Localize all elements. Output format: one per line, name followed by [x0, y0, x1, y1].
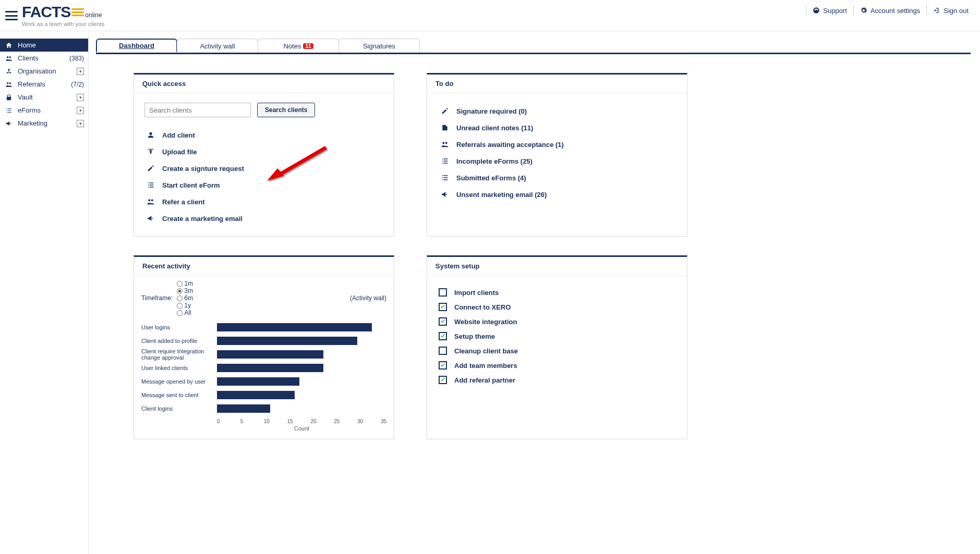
logo-brand: FACTS: [22, 3, 70, 20]
chart-tick: 30: [357, 418, 381, 424]
qa-add-client[interactable]: Add client: [144, 127, 383, 143]
todo-item[interactable]: Signature required (0): [438, 103, 676, 119]
timeframe-option-1m[interactable]: 1m: [177, 280, 193, 287]
logo-bars-icon: [71, 8, 84, 18]
home-icon: [5, 42, 13, 49]
chart-row: Message opened by user: [141, 375, 386, 388]
setup-item[interactable]: Setup theme: [438, 329, 676, 343]
chart-row: Message sent to client: [141, 388, 386, 402]
chart-row: Client logins: [141, 402, 386, 415]
support-icon: [813, 7, 820, 14]
todo-label: Signature required (0): [456, 107, 527, 115]
users-icon: [5, 55, 13, 62]
todo-item[interactable]: Referrals awaiting acceptance (1): [438, 136, 676, 153]
tab-dashboard[interactable]: Dashboard: [96, 39, 177, 53]
setup-label: Cleanup client base: [454, 347, 518, 355]
gear-icon: [860, 7, 867, 14]
chart-row: Client added to profile: [141, 334, 386, 348]
sidebar-item-home[interactable]: Home: [0, 39, 88, 52]
menu-toggle-icon[interactable]: [5, 11, 18, 20]
setup-label: Add team members: [454, 362, 517, 370]
checkbox-icon: [439, 376, 447, 384]
recent-activity-card: Recent activity Timeframe: 1m 3m 6m 1y A…: [134, 255, 394, 439]
chart-x-axis: 05101520253035: [217, 418, 386, 424]
timeframe-option-All[interactable]: All: [177, 309, 193, 316]
logo[interactable]: FACTSonline Work as a team with your cli…: [22, 4, 104, 27]
tab-label: Activity wall: [200, 42, 235, 50]
setup-item[interactable]: Import clients: [438, 285, 676, 300]
todo-item[interactable]: Submitted eForms (4): [438, 169, 676, 186]
tab-activity-wall[interactable]: Activity wall: [177, 39, 258, 53]
expand-icon[interactable]: ▾: [77, 68, 84, 75]
list-icon: [147, 181, 155, 189]
recent-activity-title: Recent activity: [134, 257, 394, 276]
timeframe-option-1y[interactable]: 1y: [177, 302, 193, 309]
logo-suffix: online: [85, 11, 102, 19]
chart-category-label: Client require Integration change approv…: [141, 348, 217, 361]
sidebar-item-vault[interactable]: Vault▾: [0, 91, 88, 104]
logo-tagline: Work as a team with your clients: [22, 21, 104, 27]
account-label: Account settings: [870, 7, 920, 15]
sidebar-item-organisation[interactable]: Organisation▾: [0, 65, 88, 78]
timeframe-option-6m[interactable]: 6m: [177, 294, 193, 302]
chart-row: User logins: [141, 321, 386, 334]
sidebar-label: Marketing: [18, 119, 47, 127]
setup-item[interactable]: Cleanup client base: [438, 343, 676, 358]
account-settings-link[interactable]: Account settings: [853, 5, 926, 16]
sidebar-item-clients[interactable]: Clients(383): [0, 52, 88, 65]
radio-icon: [177, 303, 183, 309]
tab-label: Dashboard: [119, 42, 154, 50]
todo-item[interactable]: Incomplete eForms (25): [438, 153, 676, 169]
timeframe-option-label: 3m: [184, 287, 193, 294]
timeframe-option-label: 1m: [184, 280, 193, 287]
sidebar-item-eforms[interactable]: eForms▾: [0, 104, 88, 117]
qa-create-a-signture-request[interactable]: Create a signture request: [144, 160, 383, 177]
note-icon: [441, 124, 449, 132]
timeframe-option-label: 6m: [184, 294, 193, 302]
setup-item[interactable]: Add referal partner: [438, 373, 676, 387]
setup-label: Setup theme: [454, 333, 495, 340]
todo-item[interactable]: Unsent marketing email (26): [438, 186, 676, 203]
bullhorn-icon: [147, 214, 155, 223]
sidebar-item-marketing[interactable]: Marketing▾: [0, 117, 88, 130]
expand-icon[interactable]: ▾: [77, 120, 84, 127]
todo-item[interactable]: Unread client notes (11): [438, 119, 676, 136]
search-clients-button[interactable]: Search clients: [257, 103, 315, 117]
activity-wall-link[interactable]: (Activity wall): [350, 294, 386, 302]
users-icon: [441, 140, 449, 149]
edit-icon: [147, 164, 155, 173]
timeframe-option-3m[interactable]: 3m: [177, 287, 193, 294]
top-header: FACTSonline Work as a team with your cli…: [0, 0, 980, 31]
expand-icon[interactable]: ▾: [77, 94, 84, 101]
chart-category-label: User logins: [141, 324, 217, 330]
chart-bar: [217, 323, 372, 331]
chart-category-label: Message opened by user: [141, 378, 217, 385]
chart-category-label: Client added to profile: [141, 338, 217, 344]
qa-start-client-eform[interactable]: Start client eForm: [144, 177, 383, 193]
qa-upload-file[interactable]: Upload file: [144, 143, 383, 160]
qa-label: Add client: [162, 131, 195, 139]
setup-item[interactable]: Connect to XERO: [438, 300, 676, 314]
tab-signatures[interactable]: Signatures: [338, 39, 420, 53]
tab-label: Signatures: [363, 42, 395, 50]
sign-out-link[interactable]: Sign out: [926, 5, 975, 16]
search-clients-input[interactable]: [144, 103, 251, 117]
radio-icon: [177, 296, 183, 301]
sidebar-item-referrals[interactable]: Referrals(7/2): [0, 78, 88, 91]
chart-tick: 10: [264, 418, 287, 424]
support-link[interactable]: Support: [806, 5, 853, 16]
sidebar-label: Vault: [18, 93, 33, 101]
qa-create-a-marketing-email[interactable]: Create a marketing email: [144, 210, 383, 227]
todo-label: Incomplete eForms (25): [456, 157, 533, 165]
chart-bar: [217, 391, 295, 399]
chart-x-label: Count: [217, 425, 386, 432]
tab-notes[interactable]: Notes11: [258, 39, 339, 53]
qa-refer-a-client[interactable]: Refer a client: [144, 193, 383, 210]
todo-label: Submitted eForms (4): [456, 174, 526, 182]
setup-item[interactable]: Website integration: [438, 314, 676, 329]
setup-item[interactable]: Add team members: [438, 358, 676, 373]
todo-title: To do: [427, 75, 687, 93]
qa-label: Create a signture request: [162, 165, 244, 173]
expand-icon[interactable]: ▾: [77, 107, 84, 114]
tab-bar: DashboardActivity wallNotes11Signatures: [96, 39, 971, 54]
